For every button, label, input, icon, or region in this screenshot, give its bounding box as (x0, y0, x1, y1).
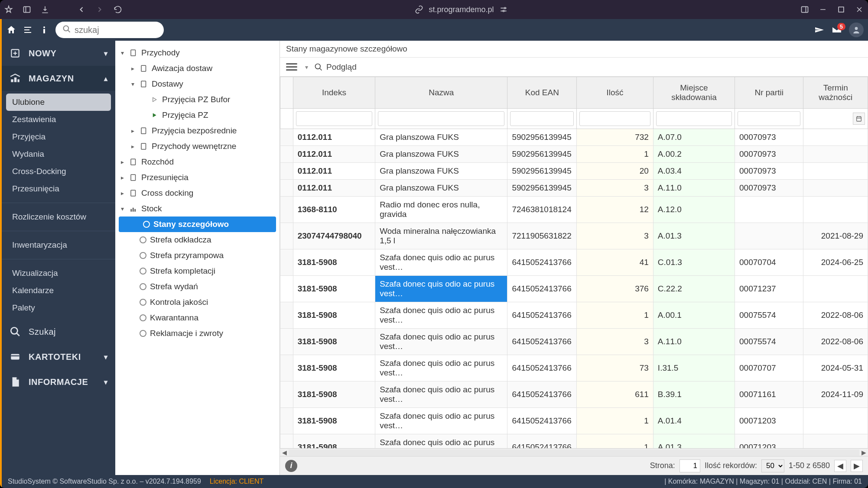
sidebar-item[interactable]: Ulubione (6, 94, 111, 111)
cell[interactable]: C.01.3 (653, 249, 735, 276)
expand-icon[interactable]: ▸ (129, 143, 136, 150)
column-filter-input[interactable] (656, 111, 732, 126)
cell[interactable]: Gra planszowa FUKS (375, 180, 507, 197)
tree-przychody[interactable]: ▾Przychody (115, 45, 280, 61)
table-row[interactable]: 0112.011Gra planszowa FUKS59029561399457… (280, 129, 868, 146)
cell[interactable] (803, 276, 868, 302)
column-header[interactable]: Miejsce składowania (653, 77, 735, 109)
sidebar-magazyn[interactable]: MAGAZYN ▴ (2, 66, 115, 91)
column-header[interactable]: Indeks (293, 77, 375, 109)
tree-wewnetrzne[interactable]: ▸Przychody wewnętrzne (115, 139, 280, 154)
cell[interactable]: A.00.1 (653, 302, 735, 329)
collapse-icon[interactable]: ▾ (119, 49, 126, 56)
sidebar-item[interactable]: Przesunięcia (6, 180, 111, 197)
prev-page-button[interactable]: ◀ (834, 460, 846, 472)
cell[interactable]: 00070704 (735, 249, 803, 276)
tree-odkladcza[interactable]: Strefa odkładcza (115, 232, 280, 248)
cell[interactable]: 1 (577, 146, 653, 163)
cell[interactable]: 12 (577, 197, 653, 223)
cell[interactable]: B.39.1 (653, 381, 735, 408)
table-row[interactable]: 3181-5908Szafa donec quis odio ac purus … (280, 302, 868, 329)
collapse-icon[interactable]: ▾ (129, 81, 136, 87)
cell[interactable]: Szafa donec quis odio ac purus vest… (375, 329, 507, 355)
cell[interactable]: 5902956139945 (507, 129, 577, 146)
cell[interactable]: 376 (577, 276, 653, 302)
table-wrapper[interactable]: IndeksNazwaKod EANIlośćMiejsce składowan… (280, 77, 868, 448)
scroll-left-icon[interactable]: ◀ (280, 449, 289, 456)
table-row[interactable]: 0112.011Gra planszowa FUKS59029561399453… (280, 180, 868, 197)
cell[interactable]: A.03.4 (653, 163, 735, 180)
cell[interactable]: A.01.3 (653, 434, 735, 449)
cell[interactable]: 00070973 (735, 129, 803, 146)
tree-przesuniecia[interactable]: ▸Przesunięcia (115, 170, 280, 185)
table-row[interactable]: 1368-8110Radio md donec eros nulla, grav… (280, 197, 868, 223)
cell[interactable]: 41 (577, 249, 653, 276)
table-row[interactable]: 3181-5908Szafa donec quis odio ac purus … (280, 249, 868, 276)
cell[interactable]: A.12.0 (653, 197, 735, 223)
cell[interactable]: Szafa donec quis odio ac purus vest… (375, 302, 507, 329)
cell[interactable]: 1 (577, 408, 653, 434)
cell[interactable]: 5902956139945 (507, 163, 577, 180)
cell[interactable] (803, 197, 868, 223)
cell[interactable]: 7246381018124 (507, 197, 577, 223)
cell[interactable]: 6415052413766 (507, 434, 577, 449)
cell[interactable]: 00071203 (735, 434, 803, 449)
minimize-icon[interactable] (819, 5, 827, 14)
sidebar-item[interactable]: Wizualizacja (6, 265, 111, 282)
table-row[interactable]: 3181-5908Szafa donec quis odio ac purus … (280, 276, 868, 302)
scroll-track[interactable] (289, 449, 859, 456)
cell[interactable]: 2024-06-25 (803, 249, 868, 276)
cell[interactable]: Szafa donec quis odio ac purus vest… (375, 355, 507, 381)
cell[interactable] (803, 129, 868, 146)
cell[interactable]: 00071237 (735, 276, 803, 302)
expand-icon[interactable]: ▸ (119, 158, 126, 165)
sidebar-item[interactable]: Palety (6, 299, 111, 317)
cell[interactable]: A.00.2 (653, 146, 735, 163)
search-input[interactable] (75, 25, 157, 35)
column-header[interactable]: Nazwa (375, 77, 507, 109)
tree-pz-bufor[interactable]: Przyjęcia PZ Bufor (115, 92, 280, 107)
cell[interactable]: 732 (577, 129, 653, 146)
cell[interactable]: 2024-05-31 (803, 355, 868, 381)
column-filter-input[interactable] (510, 111, 574, 126)
column-header[interactable]: Ilość (577, 77, 653, 109)
tree-kompletacji[interactable]: Strefa kompletacji (115, 263, 280, 279)
cell[interactable]: 3181-5908 (293, 276, 375, 302)
cell[interactable]: A.01.3 (653, 223, 735, 249)
cell[interactable]: Szafa donec quis odio ac purus vest… (375, 249, 507, 276)
cell[interactable]: 00075574 (735, 329, 803, 355)
cell[interactable]: C.22.2 (653, 276, 735, 302)
sidebar-item[interactable]: Zestawienia (6, 111, 111, 128)
panel-icon[interactable] (800, 5, 809, 14)
tree-przyrampowa[interactable]: Strefa przyrampowa (115, 248, 280, 263)
cell[interactable]: 73 (577, 355, 653, 381)
cell[interactable]: 2022-08-06 (803, 302, 868, 329)
cell[interactable]: 6415052413766 (507, 355, 577, 381)
sidebar-kartoteki[interactable]: KARTOTEKI ▾ (2, 344, 115, 369)
cell[interactable]: 5902956139945 (507, 146, 577, 163)
sidebar-item[interactable]: Wydania (6, 145, 111, 163)
reload-icon[interactable] (114, 5, 122, 14)
tree-stany[interactable]: Stany szczegółowo (119, 217, 276, 232)
cell[interactable]: 3181-5908 (293, 249, 375, 276)
cell[interactable] (803, 180, 868, 197)
expand-icon[interactable]: ▸ (129, 127, 136, 134)
table-row[interactable]: 3181-5908Szafa donec quis odio ac purus … (280, 329, 868, 355)
cell[interactable]: 6415052413766 (507, 249, 577, 276)
cell[interactable] (735, 223, 803, 249)
hscroll[interactable]: ◀ ▶ (280, 448, 868, 456)
cell[interactable]: A.01.4 (653, 408, 735, 434)
cell[interactable]: 20 (577, 163, 653, 180)
cell[interactable]: 6415052413766 (507, 302, 577, 329)
cell[interactable] (803, 146, 868, 163)
cell[interactable]: 3181-5908 (293, 329, 375, 355)
cell[interactable]: Szafa donec quis odio ac purus vest… (375, 381, 507, 408)
cell[interactable]: 0112.011 (293, 146, 375, 163)
settings-icon[interactable] (499, 5, 508, 14)
expand-icon[interactable]: ▸ (119, 190, 126, 197)
list-toggle-icon[interactable] (23, 25, 33, 35)
tree-reklamacje[interactable]: Reklamacje i zwroty (115, 326, 280, 341)
page-input[interactable] (679, 459, 700, 472)
cell[interactable]: 3181-5908 (293, 381, 375, 408)
cell[interactable] (735, 197, 803, 223)
